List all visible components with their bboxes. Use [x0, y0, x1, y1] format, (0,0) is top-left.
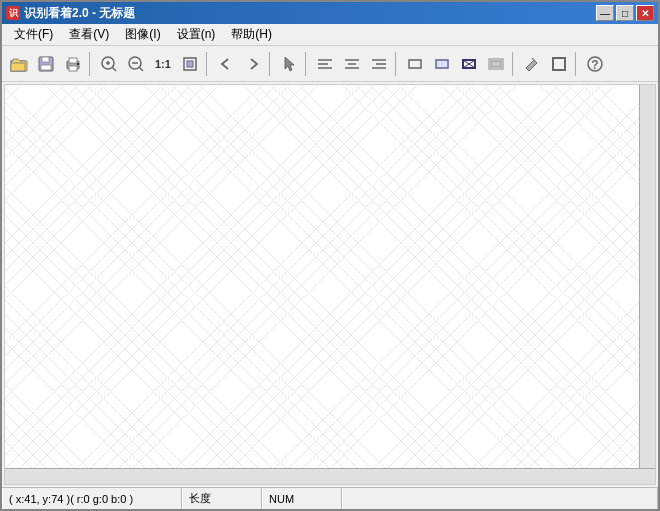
- svg-line-15: [139, 67, 143, 71]
- menu-help[interactable]: 帮助(H): [223, 24, 280, 45]
- open-button[interactable]: [6, 51, 32, 77]
- svg-line-12: [112, 67, 116, 71]
- scrollbar-horizontal[interactable]: [5, 468, 655, 484]
- svg-rect-33: [491, 61, 501, 67]
- maximize-button[interactable]: □: [616, 5, 634, 21]
- separator-3: [269, 52, 273, 76]
- prev-button[interactable]: [213, 51, 239, 77]
- svg-rect-17: [187, 61, 193, 67]
- align-center-button[interactable]: [339, 51, 365, 77]
- menu-settings[interactable]: 设置(n): [169, 24, 224, 45]
- align-left-button[interactable]: [312, 51, 338, 77]
- minimize-button[interactable]: —: [596, 5, 614, 21]
- length-label: 长度: [182, 488, 262, 509]
- svg-rect-1: [11, 63, 25, 71]
- help-button[interactable]: ?: [582, 51, 608, 77]
- status-last: [342, 488, 658, 509]
- svg-rect-35: [553, 58, 565, 70]
- box-button[interactable]: [546, 51, 572, 77]
- svg-rect-8: [77, 63, 79, 65]
- separator-1: [89, 52, 93, 76]
- title-bar: 识 识别看着2.0 - 无标题 — □ ✕: [2, 2, 658, 24]
- window-title: 识别看着2.0 - 无标题: [24, 5, 135, 22]
- edit-button[interactable]: [519, 51, 545, 77]
- close-button[interactable]: ✕: [636, 5, 654, 21]
- svg-line-34: [532, 58, 535, 61]
- svg-rect-28: [436, 60, 448, 68]
- separator-6: [512, 52, 516, 76]
- rect1-button[interactable]: [402, 51, 428, 77]
- title-buttons: — □ ✕: [596, 5, 654, 21]
- toolbar: 1:1: [2, 46, 658, 82]
- separator-4: [305, 52, 309, 76]
- scrollbar-vertical[interactable]: [639, 85, 655, 484]
- zoom-out-button[interactable]: [123, 51, 149, 77]
- fit-button[interactable]: [177, 51, 203, 77]
- svg-rect-3: [42, 57, 49, 62]
- app-icon: 识: [6, 6, 20, 20]
- rect3-button[interactable]: [456, 51, 482, 77]
- status-bar: ( x:41, y:74 )( r:0 g:0 b:0 ) 长度 NUM: [2, 487, 658, 509]
- menu-bar: 文件(F) 查看(V) 图像(I) 设置(n) 帮助(H): [2, 24, 658, 46]
- separator-7: [575, 52, 579, 76]
- align-right-button[interactable]: [366, 51, 392, 77]
- print-button[interactable]: [60, 51, 86, 77]
- pointer-button[interactable]: [276, 51, 302, 77]
- num-indicator: NUM: [262, 488, 342, 509]
- separator-2: [206, 52, 210, 76]
- rect2-button[interactable]: [429, 51, 455, 77]
- coords-display: ( x:41, y:74 )( r:0 g:0 b:0 ): [2, 488, 182, 509]
- next-button[interactable]: [240, 51, 266, 77]
- zoom-in-button[interactable]: [96, 51, 122, 77]
- rect4-button[interactable]: [483, 51, 509, 77]
- menu-image[interactable]: 图像(I): [117, 24, 168, 45]
- menu-file[interactable]: 文件(F): [6, 24, 61, 45]
- canvas-area[interactable]: [4, 84, 656, 485]
- save-button[interactable]: [33, 51, 59, 77]
- actual-size-button[interactable]: 1:1: [150, 51, 176, 77]
- svg-rect-27: [409, 60, 421, 68]
- separator-5: [395, 52, 399, 76]
- main-window: 识 识别看着2.0 - 无标题 — □ ✕ 文件(F) 查看(V) 图像(I) …: [0, 0, 660, 511]
- svg-rect-7: [69, 66, 77, 71]
- svg-text:?: ?: [591, 58, 598, 72]
- menu-view[interactable]: 查看(V): [61, 24, 117, 45]
- svg-rect-6: [69, 58, 77, 63]
- title-bar-left: 识 识别看着2.0 - 无标题: [6, 5, 135, 22]
- svg-rect-4: [41, 65, 51, 70]
